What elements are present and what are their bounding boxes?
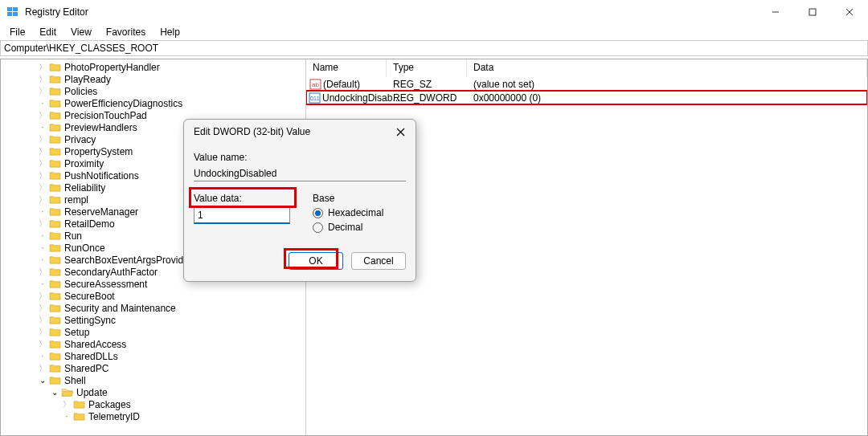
folder-icon	[48, 74, 61, 85]
tree-guide: ·	[37, 279, 48, 288]
column-header-data[interactable]: Data	[467, 59, 867, 77]
list-row[interactable]: 011UndockingDisab...REG_DWORD0x00000000 …	[306, 91, 867, 104]
chevron-right-icon[interactable]: 〉	[37, 303, 48, 314]
list-header: Name Type Data	[306, 59, 867, 77]
folder-icon	[48, 122, 61, 133]
chevron-right-icon[interactable]: 〉	[37, 267, 48, 278]
folder-icon	[48, 242, 61, 254]
dialog-title: Edit DWORD (32-bit) Value	[194, 126, 391, 137]
value-string-icon: ab	[309, 79, 321, 90]
tree-item[interactable]: ·TelemetryID	[1, 410, 305, 422]
tree-item[interactable]: 〉SharedPC	[1, 362, 305, 374]
chevron-right-icon[interactable]: 〉	[37, 291, 48, 302]
column-header-name[interactable]: Name	[306, 59, 387, 77]
svg-rect-1	[13, 7, 18, 11]
value-dword-icon: 011	[309, 92, 321, 104]
radio-icon	[313, 222, 323, 233]
tree-item[interactable]: 〉PhotoPropertyHandler	[1, 61, 305, 73]
tree-item-label: SettingSync	[64, 315, 116, 326]
ok-highlight	[284, 248, 338, 269]
folder-icon	[72, 399, 85, 410]
tree-item[interactable]: ·PowerEfficiencyDiagnostics	[1, 97, 305, 109]
menu-edit[interactable]: Edit	[33, 25, 63, 39]
chevron-right-icon[interactable]: 〉	[37, 74, 48, 85]
folder-icon	[48, 146, 61, 157]
list-row[interactable]: ab(Default)REG_SZ(value not set)	[306, 77, 867, 91]
tree-guide: ·	[61, 412, 72, 421]
value-data: (value not set)	[471, 79, 867, 90]
app-icon	[6, 6, 19, 18]
value-data-input[interactable]	[194, 207, 290, 224]
radio-hexadecimal[interactable]: Hexadecimal	[313, 207, 383, 218]
chevron-right-icon[interactable]: 〉	[37, 339, 48, 350]
tree-item[interactable]: ⌄Shell	[1, 374, 305, 386]
close-button[interactable]	[831, 0, 868, 24]
dialog-close-button[interactable]	[391, 123, 409, 141]
value-name: UndockingDisab...	[322, 92, 400, 104]
menu-view[interactable]: View	[64, 25, 98, 39]
chevron-down-icon[interactable]: ⌄	[49, 388, 60, 397]
tree-item-label: PrecisionTouchPad	[64, 110, 147, 121]
tree-item[interactable]: 〉SharedAccess	[1, 338, 305, 350]
tree-item[interactable]: 〉PlayReady	[1, 73, 305, 85]
maximize-button[interactable]	[794, 0, 831, 24]
menu-help[interactable]: Help	[154, 25, 186, 39]
chevron-right-icon[interactable]: 〉	[61, 399, 72, 410]
chevron-down-icon[interactable]: ⌄	[37, 376, 48, 385]
tree-item-label: Setup	[64, 327, 89, 338]
chevron-right-icon[interactable]: 〉	[37, 62, 48, 73]
value-name-label: Value name:	[194, 152, 406, 163]
tree-item[interactable]: ⌄Update	[1, 386, 305, 398]
folder-icon	[48, 218, 61, 230]
tree-item-label: SharedDLLs	[64, 351, 118, 362]
tree-item-label: SecureAssessment	[64, 279, 147, 290]
chevron-right-icon[interactable]: 〉	[37, 146, 48, 157]
tree-guide: ·	[37, 99, 48, 108]
minimize-button[interactable]	[757, 0, 794, 24]
tree-item[interactable]: 〉Security and Maintenance	[1, 302, 305, 314]
chevron-right-icon[interactable]: 〉	[37, 194, 48, 206]
tree-item[interactable]: 〉SecureBoot	[1, 290, 305, 302]
tree-item[interactable]: 〉Policies	[1, 85, 305, 97]
chevron-right-icon[interactable]: 〉	[37, 182, 48, 194]
chevron-right-icon[interactable]: 〉	[37, 170, 48, 181]
value-name-field[interactable]	[194, 166, 406, 181]
svg-rect-3	[13, 12, 18, 16]
folder-icon	[48, 303, 61, 314]
tree-item[interactable]: ·SharedDLLs	[1, 350, 305, 362]
chevron-right-icon[interactable]: 〉	[37, 158, 48, 169]
folder-icon	[48, 363, 61, 374]
folder-icon	[48, 375, 61, 386]
tree-item-label: Run	[64, 230, 82, 242]
tree-item-label: SharedPC	[64, 363, 108, 374]
tree-item-label: Update	[76, 387, 108, 398]
tree-item[interactable]: 〉SettingSync	[1, 314, 305, 326]
menu-favorites[interactable]: Favorites	[100, 25, 152, 39]
tree-item-label: RetailDemo	[64, 218, 115, 230]
chevron-right-icon[interactable]: 〉	[37, 134, 48, 145]
menu-file[interactable]: File	[3, 25, 31, 39]
chevron-right-icon[interactable]: 〉	[37, 363, 48, 374]
tree-item[interactable]: 〉Packages	[1, 398, 305, 410]
cancel-button[interactable]: Cancel	[351, 252, 406, 270]
tree-guide: ·	[37, 231, 48, 240]
chevron-right-icon[interactable]: 〉	[37, 86, 48, 97]
tree-item[interactable]: 〉Setup	[1, 326, 305, 338]
svg-rect-5	[809, 9, 816, 15]
address-text: Computer\HKEY_CLASSES_ROOT	[4, 43, 158, 54]
menubar: File Edit View Favorites Help	[0, 24, 868, 40]
folder-icon	[48, 230, 61, 242]
address-bar[interactable]: Computer\HKEY_CLASSES_ROOT	[0, 40, 868, 56]
folder-icon	[48, 206, 61, 218]
radio-decimal[interactable]: Decimal	[313, 222, 383, 233]
chevron-right-icon[interactable]: 〉	[37, 327, 48, 338]
tree-item-label: Packages	[88, 399, 131, 410]
chevron-right-icon[interactable]: 〉	[37, 218, 48, 230]
chevron-right-icon[interactable]: 〉	[37, 110, 48, 121]
column-header-type[interactable]: Type	[387, 59, 467, 77]
svg-text:011: 011	[310, 96, 320, 101]
tree-item-label: SecondaryAuthFactor	[64, 267, 158, 278]
edit-dword-dialog: Edit DWORD (32-bit) Value Value name: Va…	[183, 119, 416, 282]
chevron-right-icon[interactable]: 〉	[37, 315, 48, 326]
tree-guide: ·	[37, 255, 48, 264]
